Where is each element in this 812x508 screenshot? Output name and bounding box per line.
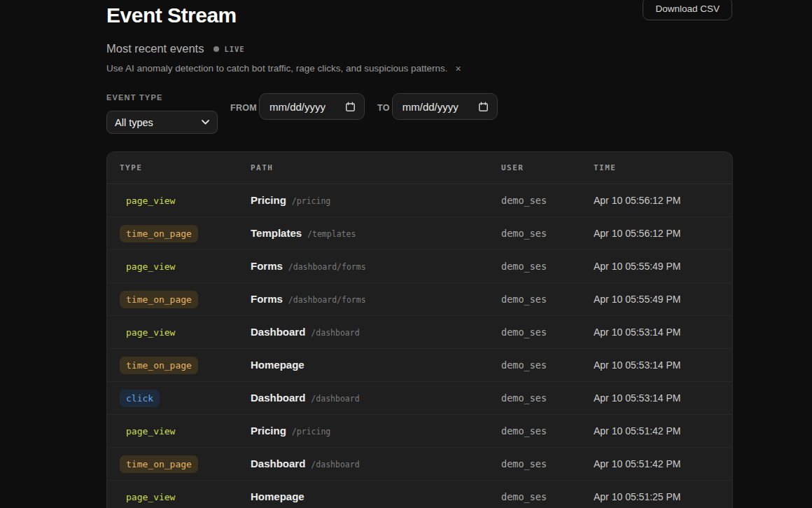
event-type-select[interactable]: All types [106,111,218,134]
path-name: Pricing [251,425,286,437]
type-cell: time_on_page [120,357,251,374]
path-name: Dashboard [251,392,305,404]
event-type-badge: time_on_page [120,455,198,473]
events-table: TYPE PATH USER TIME page_viewPricing/pri… [106,151,733,508]
path-cell: Forms/dashboard/forms [251,293,501,306]
column-header-user: USER [501,163,594,172]
time-cell: Apr 10 05:56:12 PM [594,228,720,239]
hint-banner: Use AI anomaly detection to catch bot tr… [106,63,734,74]
path-cell: Pricing/pricing [251,425,501,437]
user-cell: demo_ses [501,458,594,469]
event-type-selected-value: All types [115,117,153,128]
user-cell: demo_ses [501,392,594,404]
time-cell: Apr 10 05:51:42 PM [594,458,720,469]
download-csv-button[interactable]: Download CSV [643,0,732,20]
event-type-label: EVENT TYPE [106,93,218,102]
table-row: page_viewPricing/pricingdemo_sesApr 10 0… [107,415,732,448]
path-name: Pricing [251,194,286,206]
user-cell: demo_ses [501,327,594,338]
type-cell: time_on_page [120,291,251,308]
event-type-badge: click [120,390,160,407]
path-url: /pricing [292,427,330,437]
from-date-input[interactable]: mm/dd/yyyy [259,93,365,120]
path-cell: Templates/templates [251,227,501,240]
event-type-badge: page_view [120,192,181,210]
path-url: /dashboard/forms [288,262,366,272]
path-url: /templates [307,229,356,239]
type-cell: page_view [120,488,251,506]
live-dot-icon [214,46,219,52]
path-name: Forms [251,260,283,272]
user-cell: demo_ses [501,294,594,305]
path-name: Templates [251,227,302,239]
calendar-icon[interactable] [345,102,356,112]
live-indicator: LIVE [214,45,244,53]
type-cell: time_on_page [120,455,251,473]
table-row: page_viewForms/dashboard/formsdemo_sesAp… [107,250,732,283]
path-cell: Homepage [251,359,501,371]
table-header: TYPE PATH USER TIME [107,152,732,184]
table-row: page_viewHomepagedemo_sesApr 10 05:51:25… [107,481,732,508]
path-name: Forms [251,293,283,305]
time-cell: Apr 10 05:55:49 PM [594,294,720,305]
event-type-badge: page_view [120,324,181,341]
path-url: /dashboard/forms [288,295,366,305]
table-row: time_on_pageForms/dashboard/formsdemo_se… [107,283,732,316]
user-cell: demo_ses [501,359,594,371]
type-cell: page_view [120,258,251,275]
to-date-placeholder: mm/dd/yyyy [402,101,458,113]
type-cell: page_view [120,192,251,210]
path-url: /dashboard [311,460,359,469]
time-cell: Apr 10 05:56:12 PM [594,195,720,206]
to-date-input[interactable]: mm/dd/yyyy [392,93,498,120]
calendar-icon[interactable] [478,102,489,112]
live-label: LIVE [224,45,244,53]
table-row: page_viewDashboard/dashboarddemo_sesApr … [107,316,732,349]
path-cell: Homepage [251,490,501,503]
from-label: FROM [230,103,257,113]
type-cell: time_on_page [120,225,251,242]
path-name: Homepage [251,490,304,502]
path-name: Homepage [251,359,304,371]
user-cell: demo_ses [501,491,594,502]
hint-text: Use AI anomaly detection to catch bot tr… [106,63,448,74]
user-cell: demo_ses [501,228,594,239]
filters-bar: EVENT TYPE All types FROM mm/dd/yyyy TO … [106,93,734,134]
time-cell: Apr 10 05:53:14 PM [594,359,720,371]
table-row: time_on_pageHomepagedemo_sesApr 10 05:53… [107,349,732,382]
path-cell: Dashboard/dashboard [251,326,501,338]
path-url: /pricing [292,196,330,206]
column-header-time: TIME [594,163,720,172]
table-body: page_viewPricing/pricingdemo_sesApr 10 0… [107,184,732,508]
type-cell: page_view [120,324,251,341]
column-header-type: TYPE [120,163,251,172]
time-cell: Apr 10 05:55:49 PM [594,261,720,272]
event-type-badge: time_on_page [120,225,198,242]
event-type-badge: page_view [120,258,181,275]
event-type-badge: time_on_page [120,291,198,308]
to-label: TO [377,103,390,113]
table-row: clickDashboard/dashboarddemo_sesApr 10 0… [107,382,732,415]
event-type-badge: page_view [120,423,181,440]
chevron-down-icon [202,120,209,125]
subtitle-row: Most recent events LIVE [106,42,734,55]
time-cell: Apr 10 05:53:14 PM [594,327,720,338]
event-type-group: EVENT TYPE All types [106,93,218,134]
time-cell: Apr 10 05:53:14 PM [594,392,720,404]
user-cell: demo_ses [501,195,594,206]
event-type-badge: page_view [120,488,181,506]
table-row: page_viewPricing/pricingdemo_sesApr 10 0… [107,184,732,217]
path-cell: Forms/dashboard/forms [251,260,501,273]
column-header-path: PATH [251,163,501,172]
time-cell: Apr 10 05:51:25 PM [594,491,720,502]
path-cell: Pricing/pricing [251,194,501,207]
hint-dismiss-button[interactable]: × [456,64,461,74]
type-cell: page_view [120,423,251,440]
path-name: Dashboard [251,326,305,338]
path-url: /dashboard [311,394,359,404]
page-title: Event Stream [106,3,734,28]
type-cell: click [120,390,251,407]
path-url: /dashboard [311,328,359,338]
path-cell: Dashboard/dashboard [251,392,501,404]
user-cell: demo_ses [501,261,594,272]
